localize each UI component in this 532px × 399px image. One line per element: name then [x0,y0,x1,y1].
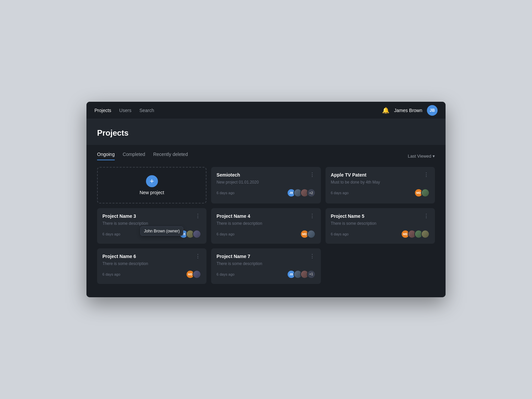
avatar [421,189,430,197]
card-menu-button[interactable]: ⋮ [423,172,430,178]
tabs-row: Ongoing Completed Recently deleted Last … [97,152,435,160]
sort-label: Last Viewed [408,154,431,159]
card-time: 6 days ago [216,191,234,195]
tabs: Ongoing Completed Recently deleted [97,152,188,160]
card-menu-button[interactable]: ⋮ [309,172,316,178]
card-header: Project Name 7 ⋮ [216,254,315,259]
new-project-label: New project [140,190,164,195]
avatar [421,230,430,238]
app-window: Projects Users Search 🔔 James Brown JB P… [86,102,446,297]
owner-tooltip: John Brown (owner) [140,226,183,236]
card-time: 6 days ago [331,191,349,195]
card-time: 6 days ago [102,232,120,236]
avatar-group: MD [401,230,430,238]
avatar-group: JB +1 [287,270,316,279]
card-footer: 6 days ago MD [102,270,201,279]
avatar [193,270,201,279]
card-title: Apple TV Patent [331,172,366,178]
avatar-count: +2 [307,189,316,197]
user-avatar[interactable]: JB [427,105,438,116]
avatar-group: JB +2 [287,189,316,197]
card-header: Project Name 5 ⋮ [331,213,430,219]
nav-users[interactable]: Users [119,106,132,114]
card-menu-button[interactable]: ⋮ [423,213,430,219]
tab-completed[interactable]: Completed [123,152,145,160]
nav-search[interactable]: Search [139,106,154,114]
project-card-6[interactable]: Project Name 6 ⋮ There is some descripti… [97,248,206,284]
card-footer: 6 days ago JB +2 [216,189,315,197]
card-title: Semiotech [216,172,240,178]
tab-ongoing[interactable]: Ongoing [97,152,115,160]
card-footer: 6 days ago MD [331,189,430,197]
new-project-card[interactable]: + New project [97,167,206,203]
project-card-3[interactable]: Project Name 3 ⋮ There is some descripti… [97,208,206,244]
page-title: Projects [97,128,435,138]
avatar [307,230,316,238]
card-header: Project Name 6 ⋮ [102,254,201,259]
card-header: Apple TV Patent ⋮ [331,172,430,178]
card-description: There is some description [102,261,201,267]
chevron-down-icon: ▾ [433,154,435,159]
card-footer: 6 days ago MD [216,230,315,238]
card-title: Project Name 4 [216,213,250,219]
card-description: New project 01.01.2020 [216,180,315,185]
card-description: There is some description [216,261,315,267]
card-time: 6 days ago [216,232,234,236]
avatar [193,230,201,238]
card-title: Project Name 6 [102,254,136,259]
card-header: Project Name 4 ⋮ [216,213,315,219]
card-description: There is some description [331,221,430,226]
avatar-group: MD [186,270,201,279]
page-header: Projects [86,119,446,145]
card-time: 6 days ago [216,272,234,276]
avatar-group: MD [300,230,316,238]
avatar-group: MD [414,189,430,197]
project-card-5[interactable]: Project Name 5 ⋮ There is some descripti… [326,208,435,244]
card-time: 6 days ago [331,232,349,236]
tab-recently-deleted[interactable]: Recently deleted [153,152,188,160]
card-description: There is some description [102,221,201,226]
card-title: Project Name 7 [216,254,250,259]
nav-right: 🔔 James Brown JB [382,105,438,116]
card-description: There is some description [216,221,315,226]
project-card-4[interactable]: Project Name 4 ⋮ There is some descripti… [211,208,321,244]
card-header: Project Name 3 ⋮ [102,213,201,219]
nav-links: Projects Users Search [94,106,382,114]
avatar-count: +1 [307,270,316,279]
card-menu-button[interactable]: ⋮ [195,213,201,219]
content-area: Ongoing Completed Recently deleted Last … [86,145,446,297]
card-menu-button[interactable]: ⋮ [309,213,316,219]
projects-grid: + New project Semiotech ⋮ New project 01… [97,167,435,284]
project-card-semiotech[interactable]: Semiotech ⋮ New project 01.01.2020 6 day… [211,167,321,203]
project-card-apple-tv[interactable]: Apple TV Patent ⋮ Must to be done by 4th… [326,167,435,203]
card-footer: 6 days ago JB +1 [216,270,315,279]
bell-icon[interactable]: 🔔 [382,107,389,114]
user-name: James Brown [394,108,422,113]
card-header: Semiotech ⋮ [216,172,315,178]
card-menu-button[interactable]: ⋮ [309,254,316,259]
sort-button[interactable]: Last Viewed ▾ [408,154,435,159]
card-time: 6 days ago [102,272,120,276]
card-menu-button[interactable]: ⋮ [195,254,201,259]
plus-icon: + [146,175,158,187]
card-title: Project Name 3 [102,213,136,219]
card-footer: 6 days ago MD [331,230,430,238]
navbar: Projects Users Search 🔔 James Brown JB [86,102,446,119]
card-title: Project Name 5 [331,213,364,219]
project-card-7[interactable]: Project Name 7 ⋮ There is some descripti… [211,248,321,284]
card-description: Must to be done by 4th May [331,180,430,185]
nav-projects[interactable]: Projects [94,106,111,114]
